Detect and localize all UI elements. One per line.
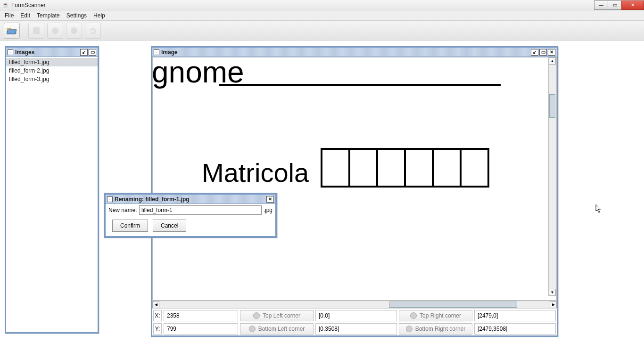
menu-edit[interactable]: Edit xyxy=(17,11,33,20)
images-panel-system-icon[interactable]: - xyxy=(8,49,13,55)
document-underline xyxy=(219,84,501,86)
toolbar-button-2 xyxy=(28,23,44,39)
image-viewport[interactable]: gnome Matricola ▲ ▼ xyxy=(152,57,557,301)
document-boxes xyxy=(321,148,489,188)
toolbar-button-3 xyxy=(47,23,63,39)
image-panel-iconify-icon[interactable]: ↙ xyxy=(531,49,538,56)
scroll-down-icon[interactable]: ▼ xyxy=(549,289,556,296)
top-left-corner-button[interactable]: Top Left corner xyxy=(240,310,314,321)
menu-template[interactable]: Template xyxy=(34,11,63,20)
file-extension-label: .jpg xyxy=(264,207,272,213)
top-right-corner-button[interactable]: Top Right corner xyxy=(399,310,472,321)
new-name-input[interactable] xyxy=(139,205,262,215)
menu-settings[interactable]: Settings xyxy=(64,11,90,20)
mdi-area: - Images ↙ ▭ filled_form-1.jpg filled_fo… xyxy=(0,41,644,343)
cancel-button[interactable]: Cancel xyxy=(153,220,186,232)
top-left-coord: [0,0] xyxy=(315,310,397,321)
rename-dialog-title: Renaming: filled_form-1.jpg xyxy=(115,196,190,203)
toolbar-button-5 xyxy=(85,23,101,39)
rename-dialog: - Renaming: filled_form-1.jpg ✕ New name… xyxy=(104,193,277,238)
rename-dialog-titlebar[interactable]: - Renaming: filled_form-1.jpg ✕ xyxy=(106,195,275,204)
image-panel-maximize-icon[interactable]: ▭ xyxy=(539,49,547,56)
image-panel: - Image ↙ ▭ ✕ gnome Matricola ▲ xyxy=(151,46,558,337)
rename-dialog-system-icon[interactable]: - xyxy=(107,196,113,202)
top-right-coord: [2479,0] xyxy=(474,310,556,321)
images-panel-iconify-icon[interactable]: ↙ xyxy=(80,49,88,56)
horizontal-scrollbar[interactable]: ◀ ▶ xyxy=(152,301,557,309)
menu-file[interactable]: File xyxy=(2,11,17,20)
x-value: 2358 xyxy=(164,310,238,321)
rename-dialog-close-icon[interactable]: ✕ xyxy=(266,196,274,203)
vertical-scroll-thumb[interactable] xyxy=(549,94,555,118)
close-button[interactable]: ✕ xyxy=(621,0,644,10)
scroll-up-icon[interactable]: ▲ xyxy=(549,57,556,65)
y-label: Y: xyxy=(153,323,162,335)
bottom-right-coord: [2479,3508] xyxy=(474,323,556,335)
list-item[interactable]: filled_form-2.jpg xyxy=(6,66,98,75)
status-grid: X: 2358 Top Left corner [0,0] Top Right … xyxy=(152,309,557,335)
y-value: 799 xyxy=(164,323,238,335)
images-panel: - Images ↙ ▭ filled_form-1.jpg filled_fo… xyxy=(5,46,99,334)
toolbar-button-4 xyxy=(66,23,82,39)
toolbar xyxy=(0,21,644,41)
image-panel-system-icon[interactable]: - xyxy=(154,49,159,55)
horizontal-scroll-thumb[interactable] xyxy=(389,302,517,308)
new-name-label: New name: xyxy=(108,207,137,213)
scroll-left-icon[interactable]: ◀ xyxy=(152,301,159,308)
bottom-left-corner-button[interactable]: Bottom Left corner xyxy=(240,323,314,335)
document-label-text: Matricola xyxy=(202,157,309,188)
list-item[interactable]: filled_form-3.jpg xyxy=(6,75,98,83)
images-panel-titlebar[interactable]: - Images ↙ ▭ xyxy=(6,48,98,57)
vertical-scrollbar[interactable]: ▲ ▼ xyxy=(548,57,556,296)
svg-rect-0 xyxy=(33,27,40,34)
svg-point-2 xyxy=(71,27,77,34)
menu-bar: File Edit Template Settings Help xyxy=(0,10,644,21)
image-file-list[interactable]: filled_form-1.jpg filled_form-2.jpg fill… xyxy=(6,57,98,84)
java-app-icon: ☕ xyxy=(2,1,9,9)
window-titlebar: ☕ FormScanner — ▭ ✕ xyxy=(0,0,644,10)
maximize-button[interactable]: ▭ xyxy=(608,0,622,10)
image-panel-title: Image xyxy=(161,49,178,56)
scroll-right-icon[interactable]: ▶ xyxy=(550,301,557,308)
bottom-right-corner-button[interactable]: Bottom Right corner xyxy=(399,323,472,335)
images-panel-title: Images xyxy=(15,49,34,56)
minimize-button[interactable]: — xyxy=(594,0,608,10)
menu-help[interactable]: Help xyxy=(91,11,108,20)
window-title: FormScanner xyxy=(11,2,46,8)
open-folder-button[interactable] xyxy=(4,23,20,39)
x-label: X: xyxy=(153,310,162,321)
images-panel-maximize-icon[interactable]: ▭ xyxy=(89,49,96,56)
svg-point-1 xyxy=(52,27,58,34)
image-panel-titlebar[interactable]: - Image ↙ ▭ ✕ xyxy=(152,48,557,57)
image-panel-close-icon[interactable]: ✕ xyxy=(548,49,555,56)
list-item[interactable]: filled_form-1.jpg xyxy=(6,58,98,66)
confirm-button[interactable]: Confirm xyxy=(112,220,148,232)
bottom-left-coord: [0,3508] xyxy=(315,323,397,335)
